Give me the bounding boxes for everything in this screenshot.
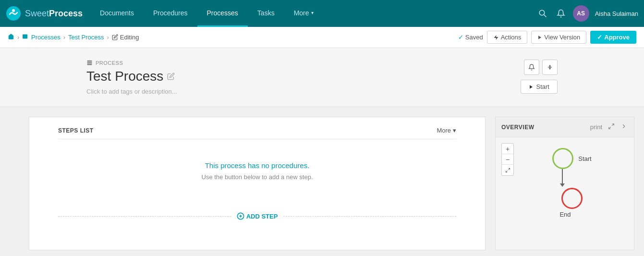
overview-print-button[interactable]: print	[589, 122, 603, 132]
approve-button[interactable]: ✓ Approve	[590, 31, 636, 44]
search-button[interactable]	[536, 7, 549, 20]
logo-text: SweetProcess	[25, 9, 83, 19]
flowchart-area: + − Start	[496, 137, 634, 233]
zoom-fit-icon	[505, 168, 510, 173]
actions-icon	[493, 35, 499, 40]
avatar[interactable]: AS	[573, 5, 589, 22]
saved-status: ✓ Saved	[458, 34, 483, 41]
process-settings-icon	[547, 64, 553, 71]
flow-start-row: Start	[552, 148, 591, 169]
user-name[interactable]: Aisha Sulaiman	[595, 10, 638, 17]
overview-action-buttons: print	[589, 122, 628, 132]
nav-tasks[interactable]: Tasks	[248, 0, 284, 27]
empty-sub-message: Use the button below to add a new step.	[68, 173, 447, 181]
steps-list-header: STEPS LIST More ▾	[58, 127, 456, 139]
nav-processes[interactable]: Processes	[197, 0, 248, 27]
flow-end-node	[561, 188, 583, 209]
flow-arrow-head	[560, 183, 565, 187]
overview-arrow-icon	[620, 123, 627, 130]
nav-documents[interactable]: Documents	[90, 0, 144, 27]
top-navigation: SweetProcess Documents Procedures Proces…	[0, 0, 644, 27]
notification-button[interactable]	[555, 7, 567, 20]
flow-start-node	[552, 148, 573, 169]
flow-arrow-line	[562, 169, 563, 183]
edit-icon	[112, 34, 118, 40]
actions-button[interactable]: Actions	[487, 31, 528, 44]
zoom-fit-button[interactable]	[502, 165, 513, 175]
home-icon	[8, 33, 14, 40]
process-type-label: PROCESS	[86, 60, 177, 66]
start-button[interactable]: Start	[521, 80, 558, 94]
empty-state: This process has no procedures. Use the …	[58, 147, 456, 207]
search-icon	[538, 9, 547, 18]
start-play-icon	[529, 85, 534, 89]
bell-settings-icon	[528, 64, 535, 71]
svg-line-19	[506, 171, 507, 172]
overview-header: OVERVIEW print	[496, 117, 634, 137]
breadcrumb: › Processes › Test Process › Editing	[8, 33, 139, 41]
process-title: Test Process	[86, 69, 177, 84]
flow-start-label: Start	[578, 155, 591, 162]
steps-more-chevron-icon: ▾	[453, 127, 456, 134]
breadcrumb-editing: Editing	[112, 34, 139, 41]
main-content: STEPS LIST More ▾ This process has no pr…	[0, 107, 644, 256]
breadcrumb-process-name[interactable]: Test Process	[68, 34, 104, 41]
logo[interactable]: SweetProcess	[6, 6, 83, 21]
dashed-line-left	[58, 216, 231, 217]
breadcrumb-actions: ✓ Saved Actions View Version ✓ Approve	[458, 31, 636, 44]
add-step-container: ADD STEP	[58, 210, 456, 222]
zoom-out-button[interactable]: −	[502, 154, 513, 165]
zoom-controls: + −	[501, 143, 514, 176]
header-icon-buttons	[524, 60, 558, 75]
breadcrumb-sep-3: ›	[107, 34, 109, 41]
nav-procedures[interactable]: Procedures	[144, 0, 197, 27]
process-type-icon	[86, 60, 93, 66]
breadcrumb-sep-2: ›	[63, 34, 65, 41]
svg-line-17	[609, 127, 611, 129]
breadcrumb-home[interactable]	[8, 33, 14, 41]
breadcrumb-sep-1: ›	[17, 34, 19, 41]
add-step-plus-icon	[237, 212, 244, 220]
flow-end-row	[561, 188, 583, 209]
nav-right-area: AS Aisha Sulaiman	[536, 5, 638, 22]
svg-line-16	[612, 124, 614, 126]
logo-icon	[6, 6, 21, 21]
saved-check-icon: ✓	[458, 34, 463, 41]
svg-marker-5	[494, 35, 498, 40]
process-header-right: Start	[521, 60, 558, 94]
nav-links: Documents Procedures Processes Tasks Mor…	[90, 0, 536, 27]
flow-connector	[560, 169, 565, 187]
dashed-line-right	[283, 216, 456, 217]
bell-icon	[557, 9, 565, 18]
process-settings-button[interactable]	[542, 60, 558, 75]
nav-more[interactable]: More▾	[284, 0, 323, 27]
empty-main-message: This process has no procedures.	[68, 161, 447, 170]
breadcrumb-bar: › Processes › Test Process › Editing ✓ S…	[0, 27, 644, 48]
svg-rect-7	[87, 61, 92, 65]
notification-settings-button[interactable]	[524, 60, 539, 75]
svg-marker-6	[538, 36, 541, 39]
breadcrumb-processes[interactable]: Processes	[22, 34, 60, 41]
processes-icon	[22, 34, 28, 39]
svg-line-3	[544, 14, 546, 17]
svg-marker-12	[530, 85, 533, 89]
add-step-button[interactable]: ADD STEP	[231, 210, 284, 222]
title-edit-icon[interactable]	[167, 73, 175, 80]
process-header: PROCESS Test Process Click to add tags o…	[0, 48, 644, 107]
svg-point-2	[539, 10, 545, 15]
overview-arrow-button[interactable]	[620, 122, 628, 132]
expand-icon	[608, 123, 615, 130]
overview-expand-button[interactable]	[607, 122, 616, 132]
overview-title: OVERVIEW	[501, 124, 534, 131]
tag-description-placeholder[interactable]: Click to add tags or description...	[86, 88, 177, 95]
steps-more-button[interactable]: More ▾	[437, 127, 456, 134]
steps-list-section: STEPS LIST More ▾ This process has no pr…	[29, 117, 486, 250]
view-version-button[interactable]: View Version	[531, 31, 586, 44]
svg-rect-4	[23, 35, 27, 39]
svg-line-18	[508, 168, 510, 170]
process-header-left: PROCESS Test Process Click to add tags o…	[86, 60, 177, 95]
zoom-in-button[interactable]: +	[502, 144, 513, 154]
more-chevron-icon: ▾	[311, 10, 314, 15]
flow-end-label: End	[559, 211, 571, 218]
overview-section: OVERVIEW print + −	[495, 117, 634, 250]
